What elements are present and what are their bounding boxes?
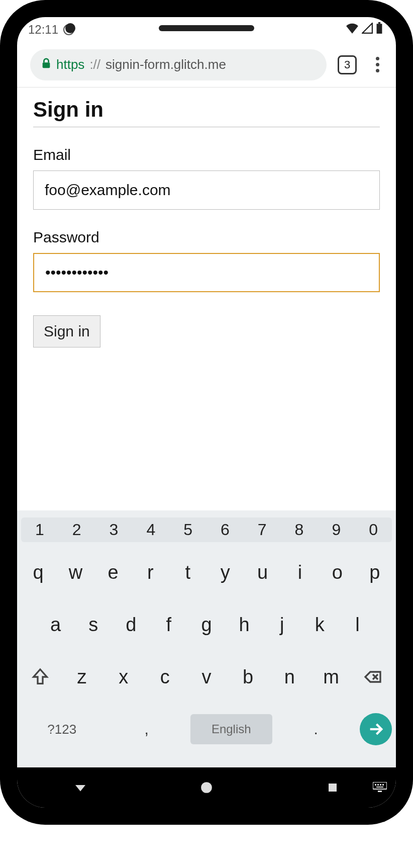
svg-rect-9 [329, 784, 337, 792]
key-6[interactable]: 6 [206, 520, 244, 539]
symbols-key[interactable]: ?123 [21, 706, 103, 752]
key-1[interactable]: 1 [21, 520, 58, 539]
key-b[interactable]: b [229, 654, 267, 700]
key-d[interactable]: d [114, 601, 148, 648]
backspace-key[interactable] [353, 654, 392, 700]
key-3[interactable]: 3 [95, 520, 133, 539]
battery-icon [376, 22, 383, 37]
key-g[interactable]: g [189, 601, 224, 648]
key-t[interactable]: t [171, 549, 205, 595]
enter-key[interactable] [360, 713, 392, 745]
key-r[interactable]: r [133, 549, 167, 595]
key-v[interactable]: v [187, 654, 226, 700]
key-5[interactable]: 5 [169, 520, 206, 539]
browser-menu-button[interactable] [368, 55, 387, 74]
email-field-group: Email [33, 146, 380, 210]
key-q[interactable]: q [21, 549, 55, 595]
space-key[interactable]: English [190, 714, 272, 744]
key-7[interactable]: 7 [244, 520, 281, 539]
svg-rect-12 [377, 784, 379, 786]
keyboard-row-3: z x c v b n m [21, 654, 392, 700]
email-input[interactable] [33, 170, 380, 210]
tabs-button[interactable]: 3 [338, 55, 357, 74]
address-bar[interactable]: https :// signin-form.glitch.me [30, 49, 327, 80]
key-e[interactable]: e [96, 549, 130, 595]
wifi-icon [346, 23, 359, 37]
keyboard-row-2: a s d f g h j k l [21, 601, 392, 648]
key-n[interactable]: n [270, 654, 309, 700]
svg-rect-2 [377, 24, 382, 34]
key-c[interactable]: c [146, 654, 184, 700]
period-key[interactable]: . [275, 706, 357, 752]
key-z[interactable]: z [63, 654, 101, 700]
url-host: signin-form.glitch.me [106, 57, 226, 72]
nav-home-button[interactable] [196, 777, 217, 798]
svg-rect-16 [378, 791, 382, 792]
key-w[interactable]: w [58, 549, 92, 595]
nav-back-button[interactable] [70, 777, 90, 798]
key-0[interactable]: 0 [355, 520, 392, 539]
svg-point-8 [201, 782, 212, 793]
url-separator: :// [89, 57, 100, 72]
svg-rect-15 [376, 787, 383, 788]
phone-frame: 12:11 [0, 0, 413, 825]
keyboard-bottom-row: ?123 , English . [21, 706, 392, 752]
soft-keyboard: 1 2 3 4 5 6 7 8 9 0 q w e r t y u i o [17, 510, 396, 767]
phone-camera [65, 23, 75, 33]
keyboard-number-row: 1 2 3 4 5 6 7 8 9 0 [21, 517, 392, 542]
shift-key[interactable] [21, 654, 60, 700]
nav-recents-button[interactable] [323, 777, 343, 798]
sign-in-button[interactable]: Sign in [33, 315, 100, 348]
password-field-group: Password [33, 229, 380, 292]
system-nav-bar [17, 767, 396, 808]
key-o[interactable]: o [320, 549, 354, 595]
key-s[interactable]: s [76, 601, 111, 648]
page-title: Sign in [33, 98, 380, 127]
status-time: 12:11 [28, 23, 58, 37]
key-u[interactable]: u [245, 549, 279, 595]
phone-speaker [159, 25, 254, 31]
tab-count: 3 [344, 58, 350, 71]
lock-icon [41, 58, 51, 72]
key-2[interactable]: 2 [58, 520, 95, 539]
key-f[interactable]: f [151, 601, 186, 648]
key-m[interactable]: m [312, 654, 351, 700]
password-label: Password [33, 229, 380, 246]
svg-rect-3 [378, 22, 380, 24]
svg-rect-4 [43, 62, 50, 68]
key-9[interactable]: 9 [318, 520, 355, 539]
cellular-icon [362, 23, 373, 37]
key-i[interactable]: i [283, 549, 317, 595]
keyboard-row-1: q w e r t y u i o p [21, 549, 392, 595]
password-input[interactable] [33, 253, 380, 292]
page-content: Sign in Email Password Sign in [17, 88, 396, 510]
ime-switch-button[interactable] [370, 777, 390, 798]
url-scheme: https [56, 57, 84, 72]
key-p[interactable]: p [358, 549, 392, 595]
screen: 12:11 [17, 17, 396, 808]
key-h[interactable]: h [227, 601, 262, 648]
svg-rect-11 [375, 784, 376, 786]
key-4[interactable]: 4 [132, 520, 169, 539]
status-right [346, 22, 383, 37]
key-y[interactable]: y [208, 549, 242, 595]
key-8[interactable]: 8 [281, 520, 318, 539]
key-x[interactable]: x [104, 654, 143, 700]
browser-toolbar: https :// signin-form.glitch.me 3 [17, 42, 396, 88]
svg-rect-14 [382, 784, 384, 786]
key-l[interactable]: l [340, 601, 375, 648]
comma-key[interactable]: , [106, 706, 188, 752]
key-k[interactable]: k [302, 601, 337, 648]
key-a[interactable]: a [38, 601, 73, 648]
email-label: Email [33, 146, 380, 163]
key-j[interactable]: j [265, 601, 299, 648]
svg-rect-13 [380, 784, 381, 786]
